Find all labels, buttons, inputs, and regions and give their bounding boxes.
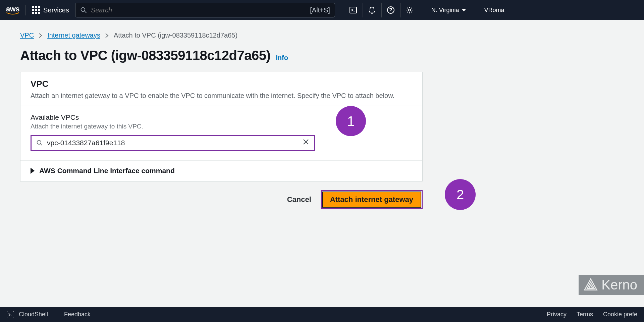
footer-left: CloudShell Feedback <box>7 311 91 318</box>
aws-smile-icon <box>6 12 19 15</box>
panel-description: Attach an internet gateway to a VPC to e… <box>31 92 412 100</box>
breadcrumb-vpc[interactable]: VPC <box>20 32 34 39</box>
breadcrumb-current: Attach to VPC (igw-083359118c12d7a65) <box>114 32 237 39</box>
kerno-watermark: Kerno <box>579 275 644 295</box>
apps-grid-icon <box>32 6 40 14</box>
page-header: Attach to VPC (igw-083359118c12d7a65) In… <box>20 48 624 63</box>
footer: CloudShell Feedback Privacy Terms Cookie… <box>0 307 644 322</box>
panel-body: 1 Available VPCs Attach the internet gat… <box>20 106 422 161</box>
nav-icon-group <box>344 3 419 17</box>
region-label: N. Virginia <box>431 7 459 14</box>
svg-line-6 <box>41 144 42 146</box>
info-link[interactable]: Info <box>276 54 288 62</box>
vpc-combobox[interactable] <box>31 135 315 151</box>
attach-internet-gateway-button[interactable]: Attach internet gateway <box>322 192 421 208</box>
cookie-prefs-link[interactable]: Cookie prefe <box>603 311 637 318</box>
vpc-panel: VPC Attach an internet gateway to a VPC … <box>20 72 423 182</box>
cloudshell-nav-icon[interactable] <box>344 3 363 17</box>
global-search[interactable]: [Alt+S] <box>75 3 335 17</box>
search-input[interactable] <box>91 6 306 14</box>
attach-button-highlight: Attach internet gateway <box>321 190 423 209</box>
cancel-button[interactable]: Cancel <box>287 195 311 204</box>
question-icon <box>387 6 395 14</box>
nav-divider <box>25 5 26 15</box>
search-shortcut: [Alt+S] <box>310 6 330 14</box>
close-icon <box>303 139 309 145</box>
page-title: Attach to VPC (igw-083359118c12d7a65) <box>20 48 270 63</box>
annotation-badge-2: 2 <box>445 179 476 210</box>
caret-down-icon <box>462 9 466 11</box>
account-menu[interactable]: VRoma <box>478 3 504 17</box>
services-label: Services <box>43 6 69 14</box>
terminal-icon <box>349 6 357 14</box>
annotation-1-text: 1 <box>347 114 355 129</box>
services-menu[interactable]: Services <box>32 6 69 14</box>
vpc-input[interactable] <box>47 139 299 147</box>
aws-logo[interactable]: aws <box>6 5 19 15</box>
gear-icon <box>406 6 414 14</box>
search-icon <box>36 140 43 146</box>
cloudshell-icon <box>7 311 14 318</box>
footer-right: Privacy Terms Cookie prefe <box>547 311 637 318</box>
feedback-link[interactable]: Feedback <box>64 311 91 318</box>
chevron-right-icon <box>105 33 109 38</box>
svg-point-0 <box>81 8 85 12</box>
kerno-label: Kerno <box>601 277 637 292</box>
page-content: VPC Internet gateways Attach to VPC (igw… <box>0 20 644 209</box>
action-row: 2 Cancel Attach internet gateway <box>20 190 423 209</box>
terms-link[interactable]: Terms <box>577 311 593 318</box>
svg-point-4 <box>409 9 411 11</box>
notifications-button[interactable] <box>363 3 381 17</box>
breadcrumb: VPC Internet gateways Attach to VPC (igw… <box>20 32 624 39</box>
cloudshell-link[interactable]: CloudShell <box>19 311 48 318</box>
breadcrumb-igw[interactable]: Internet gateways <box>47 32 100 39</box>
chevron-right-icon <box>39 33 43 38</box>
bell-icon <box>368 6 376 14</box>
top-nav: aws Services [Alt+S] N. Virginia VRoma <box>0 0 644 20</box>
panel-heading: VPC <box>31 79 412 89</box>
help-button[interactable] <box>381 3 400 17</box>
user-label: VRoma <box>484 7 504 14</box>
panel-header: VPC Attach an internet gateway to a VPC … <box>20 72 422 106</box>
cli-label: AWS Command Line Interface command <box>39 167 175 175</box>
cli-expander[interactable]: AWS Command Line Interface command <box>20 161 422 181</box>
svg-point-5 <box>37 141 41 145</box>
caret-right-icon <box>31 168 35 174</box>
kerno-logo-icon <box>583 278 598 292</box>
search-icon <box>80 7 87 13</box>
annotation-badge-1: 1 <box>336 106 366 136</box>
svg-line-1 <box>84 11 86 13</box>
annotation-2-text: 2 <box>457 187 464 202</box>
region-selector[interactable]: N. Virginia <box>425 3 472 17</box>
terminal-icon <box>8 312 13 317</box>
privacy-link[interactable]: Privacy <box>547 311 567 318</box>
clear-input-button[interactable] <box>303 139 309 147</box>
settings-button[interactable] <box>400 3 419 17</box>
